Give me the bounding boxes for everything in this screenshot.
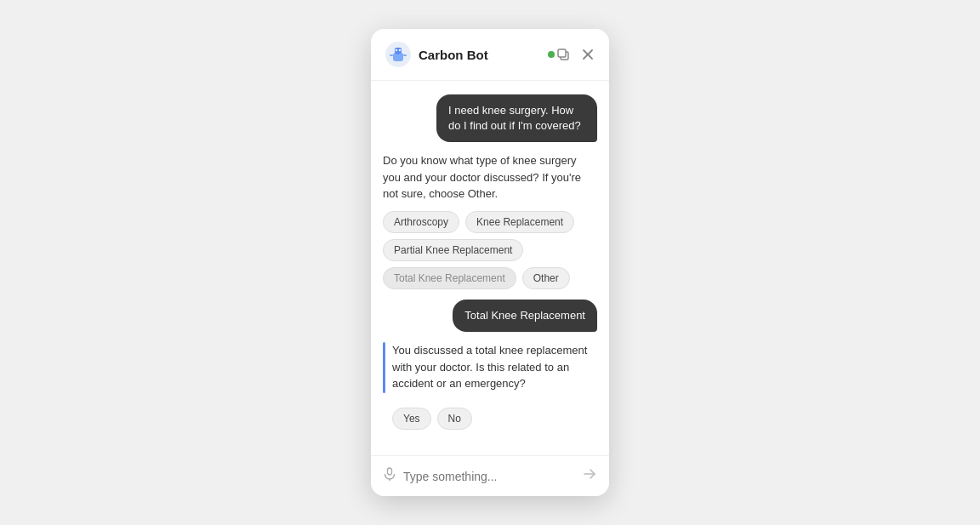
send-icon[interactable] xyxy=(582,466,597,486)
chat-input[interactable] xyxy=(403,470,575,483)
chat-header: Carbon Bot xyxy=(371,29,609,81)
quick-reply-total-knee[interactable]: Total Knee Replacement xyxy=(383,267,516,289)
user-message-1: I need knee surgery. How do I find out i… xyxy=(436,94,597,142)
svg-point-4 xyxy=(399,49,401,51)
svg-rect-12 xyxy=(388,468,392,475)
mic-icon[interactable] xyxy=(383,467,396,485)
svg-point-3 xyxy=(396,49,397,51)
user-message-2: Total Knee Replacement xyxy=(453,300,597,332)
bot-message-1: Do you know what type of knee surgery yo… xyxy=(383,152,586,289)
close-icon xyxy=(582,49,594,60)
quick-reply-partial-knee[interactable]: Partial Knee Replacement xyxy=(383,239,523,261)
header-title-group: Carbon Bot xyxy=(419,48,555,62)
copy-button[interactable] xyxy=(555,46,572,63)
close-button[interactable] xyxy=(580,47,595,62)
chat-body: I need knee surgery. How do I find out i… xyxy=(371,81,609,455)
quick-replies-1: Arthroscopy Knee Replacement Partial Kne… xyxy=(383,211,586,289)
quick-reply-no[interactable]: No xyxy=(437,408,472,430)
header-actions xyxy=(555,46,595,63)
chat-footer xyxy=(371,455,609,496)
quick-reply-arthroscopy[interactable]: Arthroscopy xyxy=(383,211,459,233)
svg-rect-9 xyxy=(558,49,566,57)
quick-replies-2: Yes No xyxy=(392,408,595,430)
bot-avatar xyxy=(385,41,412,68)
bot-message-2: You discussed a total knee replacement w… xyxy=(392,342,595,430)
quick-reply-other[interactable]: Other xyxy=(522,267,570,289)
svg-rect-7 xyxy=(403,54,407,56)
chat-window: Carbon Bot I need knee surgery. How do I… xyxy=(371,29,609,496)
status-dot xyxy=(548,51,555,58)
quick-reply-knee-replacement[interactable]: Knee Replacement xyxy=(465,211,574,233)
bot-accent-bar xyxy=(383,342,385,393)
svg-rect-5 xyxy=(397,53,399,54)
copy-icon xyxy=(556,48,570,61)
quick-reply-yes[interactable]: Yes xyxy=(392,408,431,430)
svg-rect-6 xyxy=(390,54,393,56)
bot-message-2-wrapper: You discussed a total knee replacement w… xyxy=(383,342,597,430)
bot-name: Carbon Bot xyxy=(419,48,543,62)
